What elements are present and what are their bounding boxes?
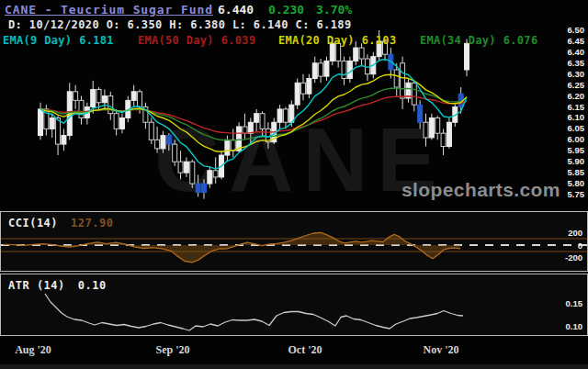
ema9-legend: EMA(9 Day)6.181 [3,34,114,47]
month-axis-label: Oct '20 [288,343,322,357]
candle-body [225,140,230,155]
cci-panel-label: CCI(14)127.90 [8,217,113,229]
candle-body [324,61,329,76]
price-change-percent: 3.70% [316,3,352,17]
ema34-legend: EMA(34 Day)6.076 [420,34,537,47]
candle-body [62,136,66,145]
price-axis-label: 6.30 [568,69,585,79]
ema20-value: 6.103 [362,34,397,47]
candle-body [424,122,428,138]
price-axis-label: 5.85 [568,167,585,177]
atr-axis-label: 0.10 [566,321,583,331]
cci-axis-label: 200 [568,228,582,238]
candle-body [412,83,416,105]
ema34-label: EMA(34 Day) [420,34,496,47]
candle-body [131,92,136,101]
candle-body [301,83,306,94]
cci-indicator-panel: CCI(14)127.90 2000-200 [0,211,588,272]
ohlc-readout: D: 10/12/2020 O: 6.350 H: 6.380 L: 6.140… [8,18,352,31]
price-change: 0.230 [268,3,304,17]
candle-body [359,48,364,59]
candle-body [119,117,124,129]
candle-body [435,117,440,133]
price-axis-label: 6.45 [568,36,585,46]
candle-body [213,171,218,177]
price-axis-label: 6.10 [568,112,585,122]
atr-panel-label: ATR (14)0.10 [8,279,107,292]
price-axis-label: 6.15 [568,102,585,112]
date-axis: Aug '20Sep '20Oct '20Nov '20 [0,336,588,364]
candle-body [312,63,317,79]
candle-body [237,127,242,151]
ema9-value: 6.181 [79,34,114,47]
atr-line [45,294,463,330]
candle-body [401,63,405,98]
price-axis-label: 5.95 [568,145,585,155]
slopecharts-watermark: slopecharts.com [401,179,560,201]
candle-body [196,184,200,193]
candle-body [155,140,160,149]
atr-indicator-panel: ATR (14)0.10 0.150.10 [0,274,588,336]
candle-body [178,162,183,173]
bottom-divider [0,364,588,369]
candle-body [39,109,43,136]
candle-body [166,136,171,145]
price-axis-label: 6.35 [568,58,585,68]
candle-body [96,89,101,102]
candle-body [289,105,294,122]
candle-body [354,48,358,61]
price-axis-label: 6.20 [568,91,585,101]
candle-body [56,117,61,144]
candle-body [243,127,247,133]
candle-body [465,43,469,70]
ema50-label: EMA(50 Day) [138,34,214,47]
atr-value: 0.10 [78,279,107,292]
month-axis-label: Aug '20 [15,343,51,357]
candle-body [441,133,446,146]
candle-body [102,96,107,103]
candle-body [208,171,212,184]
candle-body [394,70,399,87]
candle-body [138,92,142,107]
ema20-label: EMA(20 Day) [278,34,355,47]
candle-body [319,63,323,76]
cci-axis-label: -200 [565,252,582,263]
candle-body [248,122,253,133]
candle-body [114,114,119,129]
candle-body [149,122,153,140]
candle-body [347,61,352,78]
ema9-label: EMA(9 Day) [3,34,72,47]
candle-body [283,109,288,122]
candle-body [277,109,282,122]
cci-value: 127.90 [71,217,113,229]
cci-label: CCI(14) [8,217,58,229]
candle-body [190,162,195,184]
ema34-value: 6.076 [503,34,538,47]
month-axis-label: Sep '20 [155,343,189,357]
candle-body [429,117,434,137]
candle-body [254,114,259,123]
cci-axis-label: 0 [578,240,582,251]
candle-body [342,61,346,78]
price-axis-label: 6.00 [568,134,585,144]
month-axis-label: Nov '20 [424,343,459,357]
ema20-legend: EMA(20 Day)6.103 [278,34,396,47]
candle-body [447,122,451,146]
price-axis-label: 5.80 [568,178,585,188]
atr-axis-label: 0.15 [566,298,583,308]
candle-body [79,100,84,117]
price-axis-label: 5.75 [568,189,585,199]
candle-body [201,184,206,193]
price-axis-label: 6.40 [568,47,585,57]
candle-body [161,136,165,149]
price-axis-label: 6.25 [568,80,585,90]
candle-body [231,140,235,151]
slopecharts-app-window: CANE 6.506.456.406.356.306.256.206.156.1… [0,0,588,369]
last-price: 6.440 [218,3,254,17]
ema50-legend: EMA(50 Day)6.039 [138,34,255,47]
candle-body [307,79,311,95]
candle-body [295,83,300,105]
price-axis-label: 5.90 [568,156,585,166]
candle-body [50,117,54,129]
candle-body [260,114,265,129]
